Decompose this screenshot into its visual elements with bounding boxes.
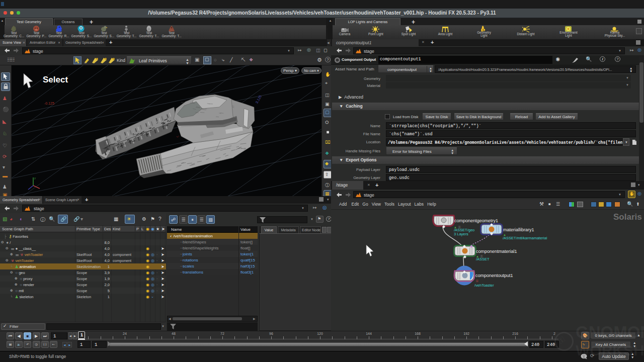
svg-text:componentgeometry1: componentgeometry1 [454, 218, 498, 223]
svg-text:componentoutput1: componentoutput1 [475, 273, 513, 278]
svg-text:▲: ▲ [503, 233, 506, 236]
svg-text:3 Layers: 3 Layers [454, 232, 468, 236]
svg-text:componentmaterial1: componentmaterial1 [476, 249, 517, 254]
svg-text:▲: ▲ [476, 255, 479, 258]
svg-text:y: y [34, 176, 36, 179]
svg-text:/ASSET/mtl/karmamaterial: /ASSET/mtl/karmamaterial [503, 236, 547, 240]
svg-text:/vehToaster: /vehToaster [474, 283, 494, 288]
svg-text:⚿: ⚿ [476, 280, 478, 283]
svg-text:materiallibrary1: materiallibrary1 [503, 227, 534, 232]
svg-text:⚿: ⚿ [458, 226, 461, 229]
svg-text:▲: ▲ [454, 226, 457, 229]
svg-text:⚿: ⚿ [480, 255, 483, 258]
